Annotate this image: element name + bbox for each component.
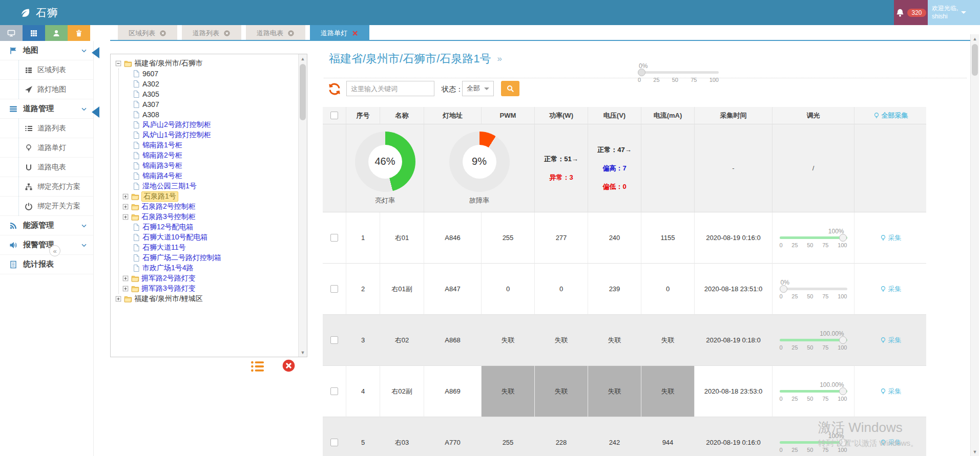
scroll-up-icon[interactable]: ▲	[299, 54, 307, 63]
tree-node[interactable]: 市政广场1号4路	[122, 263, 296, 273]
row-checkbox[interactable]	[330, 439, 338, 446]
panel-arrow-icon[interactable]	[86, 106, 99, 118]
sidebar-item-road-management[interactable]: 道路管理	[0, 99, 93, 119]
row-checkbox[interactable]	[330, 387, 338, 395]
tree-node[interactable]: A305	[122, 89, 296, 99]
dim-slider[interactable]: 100.00%0255075100	[780, 330, 847, 351]
tree-node[interactable]: 风炉山1号路灯控制柜	[122, 130, 296, 140]
dim-slider[interactable]: 100.00%0255075100	[780, 381, 847, 402]
dim-slider-handle[interactable]	[839, 387, 847, 395]
tree-node[interactable]: 石狮大道10号配电箱	[122, 232, 296, 243]
row-checkbox[interactable]	[330, 285, 338, 293]
scroll-down-icon[interactable]: ▼	[299, 348, 307, 357]
notifications-button[interactable]: 320	[894, 0, 928, 25]
tree-node[interactable]: 锦南路2号柜	[122, 150, 296, 161]
tab-close-icon[interactable]	[223, 30, 231, 37]
user-button[interactable]	[45, 25, 68, 41]
scroll-down-icon[interactable]: ▼	[971, 447, 979, 456]
trash-button[interactable]	[68, 25, 90, 41]
breadcrumb[interactable]: 福建省/泉州市/石狮市/石泉路1号 »	[329, 51, 502, 67]
sidebar-item-alarm-management[interactable]: 报警管理	[0, 235, 93, 255]
sidebar-item-map[interactable]: 地图	[0, 41, 93, 60]
dim-slider-track[interactable]	[780, 339, 847, 341]
select-all-checkbox[interactable]	[330, 112, 338, 119]
collect-button[interactable]: 采集	[880, 336, 902, 345]
sidebar-collapse-button[interactable]: «	[49, 245, 60, 256]
status-select[interactable]: 全部	[462, 81, 494, 96]
breadcrumb-more-icon[interactable]: »	[497, 54, 502, 64]
tree-node[interactable]: 拥军路2号路灯变	[122, 273, 296, 284]
dim-slider-handle[interactable]	[839, 234, 847, 242]
tree-node[interactable]: 石狮广场二号路灯控制箱	[122, 253, 296, 263]
tree-node[interactable]: 拥军路3号路灯变	[122, 284, 296, 294]
tree-node[interactable]: 锦南路3号柜	[122, 161, 296, 171]
dim-slider-track[interactable]	[780, 288, 847, 290]
tab-road-list[interactable]: 道路列表	[182, 25, 241, 41]
tree-root-node[interactable]: 福建省/泉州市/鲤城区	[115, 294, 296, 304]
dim-slider-track[interactable]	[780, 390, 847, 393]
tab-close-icon[interactable]	[351, 30, 359, 37]
sidebar-item-energy-management[interactable]: 能源管理	[0, 216, 93, 235]
tree-node[interactable]: 锦南路1号柜	[122, 140, 296, 150]
tree-node[interactable]: 石狮大道11号	[122, 243, 296, 253]
panel-arrow-icon[interactable]	[86, 47, 99, 58]
master-dim-slider-control[interactable]: 0%0255075100	[638, 62, 719, 83]
scroll-up-icon[interactable]: ▲	[971, 34, 979, 43]
grid-button[interactable]	[23, 25, 45, 41]
dim-slider[interactable]: 100%0255075100	[780, 432, 847, 453]
dim-slider[interactable]: 0%0255075100	[780, 279, 847, 299]
tree-node[interactable]: 9607	[122, 69, 296, 79]
tree-scrollbar[interactable]: ▲ ▼	[298, 54, 307, 357]
search-input[interactable]	[346, 81, 434, 96]
row-checkbox[interactable]	[330, 234, 338, 242]
sidebar-item-road-meter[interactable]: 道路电表	[0, 158, 93, 177]
collect-button[interactable]: 采集	[880, 387, 902, 396]
sidebar-item-area-list[interactable]: 区域列表	[0, 60, 93, 80]
tab-close-icon[interactable]	[159, 30, 166, 37]
main-scrollbar[interactable]: ▲ ▼	[970, 34, 979, 456]
tree-node[interactable]: A308	[122, 110, 296, 120]
sidebar-item-lamp-map[interactable]: 路灯地图	[0, 80, 93, 99]
master-dim-slider[interactable]: 0%0255075100	[638, 62, 720, 83]
dim-slider[interactable]: 100%0255075100	[780, 228, 847, 248]
tree-node[interactable]: 石泉路2号控制柜	[122, 202, 296, 212]
main-scrollbar-thumb[interactable]	[972, 44, 978, 76]
dim-slider-handle[interactable]	[780, 285, 787, 293]
tree-node[interactable]: 湿地公园三期1号	[122, 181, 296, 191]
tab-area-list[interactable]: 区域列表	[118, 25, 177, 41]
row-checkbox[interactable]	[330, 336, 338, 344]
tab-road-lamp[interactable]: 道路单灯	[310, 25, 369, 41]
tree-scrollbar-thumb[interactable]	[300, 64, 306, 120]
tab-road-meter[interactable]: 道路电表	[246, 25, 305, 41]
tab-close-icon[interactable]	[287, 30, 295, 37]
monitor-button[interactable]	[0, 25, 23, 41]
tree-list-button[interactable]	[250, 359, 264, 374]
dim-slider-track[interactable]	[780, 236, 847, 239]
sidebar-item-road-lamp[interactable]: 道路单灯	[0, 138, 93, 158]
dim-slider-track[interactable]	[780, 441, 847, 444]
tree-node[interactable]: A307	[122, 99, 296, 110]
tree-node[interactable]: 石泉路1号	[122, 191, 296, 202]
collect-button[interactable]: 采集	[880, 285, 902, 294]
refresh-button[interactable]	[328, 82, 341, 96]
tree-node[interactable]: 石狮12号配电箱	[122, 222, 296, 232]
search-button[interactable]	[501, 81, 519, 96]
sidebar-item-bind-lighting-plan[interactable]: 绑定亮灯方案	[0, 177, 93, 197]
sidebar-item-statistics-report[interactable]: 统计报表	[0, 255, 93, 274]
tree-node[interactable]: 风庐山2号路灯控制柜	[122, 120, 296, 130]
dim-slider-track[interactable]	[638, 71, 719, 74]
dim-slider-handle[interactable]	[839, 439, 847, 446]
tree-node[interactable]: A302	[122, 79, 296, 89]
collect-button[interactable]: 采集	[880, 233, 902, 243]
sidebar-item-bind-switch-plan[interactable]: 绑定开关方案	[0, 197, 93, 216]
user-menu[interactable]: 欢迎光临, shishi	[928, 0, 980, 25]
dim-slider-handle[interactable]	[839, 336, 847, 344]
collect-all-button[interactable]: 全部采集	[873, 111, 908, 120]
sidebar-item-road-list[interactable]: 道路列表	[0, 119, 93, 138]
tree-root-node[interactable]: 福建省/泉州市/石狮市	[115, 58, 296, 69]
tree-node[interactable]: 锦南路4号柜	[122, 171, 296, 181]
dim-slider-handle[interactable]	[638, 69, 645, 76]
tree-cancel-button[interactable]	[282, 359, 296, 373]
collect-button[interactable]: 采集	[880, 438, 902, 447]
tree-node[interactable]: 石泉路3号控制柜	[122, 212, 296, 222]
